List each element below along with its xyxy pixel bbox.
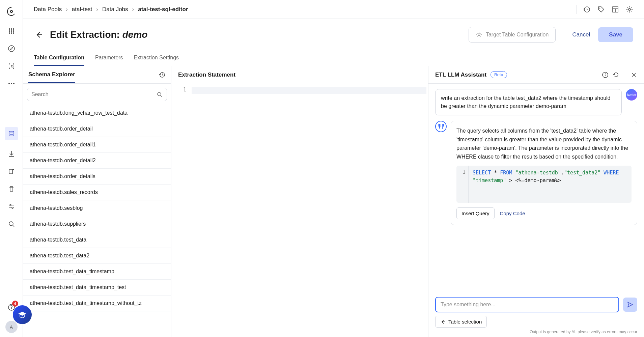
send-button[interactable] (623, 298, 637, 312)
svg-point-24 (9, 222, 13, 226)
schema-item[interactable]: athena-testdb.long_vchar_row_test_data (23, 105, 171, 121)
download-icon[interactable] (7, 150, 16, 158)
crumb-2[interactable]: Data Jobs (102, 6, 128, 13)
schema-item[interactable]: athena-testdb.test_data2 (23, 248, 171, 264)
cancel-button[interactable]: Cancel (572, 31, 590, 38)
assistant-title: ETL LLM Assistant (435, 72, 486, 78)
svg-point-9 (13, 32, 14, 34)
schema-item[interactable]: athena-testdb.order_detail1 (23, 137, 171, 153)
ai-message: The query selects all columns from the '… (451, 121, 637, 225)
svg-point-0 (10, 10, 12, 12)
schema-item[interactable]: athena-testdb.test_data_timestamp_test (23, 280, 171, 296)
schema-explorer-title: Schema Explorer (28, 71, 75, 83)
code-editor[interactable]: 1 (171, 84, 428, 337)
chevron-right-icon: › (66, 6, 68, 13)
app-logo (5, 5, 18, 18)
svg-rect-15 (9, 131, 14, 136)
schema-item[interactable]: athena-testdb.order_detail2 (23, 153, 171, 169)
schema-list[interactable]: athena-testdb.long_vchar_row_test_data a… (23, 105, 171, 337)
close-icon[interactable] (631, 72, 637, 78)
apps-icon[interactable] (7, 27, 16, 35)
svg-point-7 (9, 32, 10, 34)
arrow-left-icon (440, 319, 446, 325)
user-avatar[interactable]: A (5, 321, 18, 333)
chevron-right-icon: › (96, 6, 98, 13)
reset-icon[interactable] (613, 72, 619, 78)
tabs: Table Configuration Parameters Extractio… (23, 51, 644, 66)
trash-icon[interactable] (7, 185, 16, 193)
schema-item[interactable]: athena-testdb.test_data (23, 232, 171, 248)
chat-input[interactable] (435, 297, 619, 312)
schema-search[interactable] (27, 88, 167, 101)
gear-icon[interactable] (626, 6, 633, 13)
schema-item[interactable]: athena-testdb.sesblog (23, 200, 171, 216)
schema-item[interactable]: athena-testdb.order_detail (23, 121, 171, 137)
schema-search-input[interactable] (31, 91, 157, 97)
svg-point-40 (605, 73, 606, 74)
user-avatar-icon: Avatar (626, 89, 637, 101)
svg-line-25 (13, 225, 14, 227)
list-icon[interactable] (5, 127, 18, 140)
svg-point-1 (9, 28, 10, 30)
svg-point-27 (11, 308, 12, 309)
search-icon (157, 91, 163, 97)
tag-icon[interactable] (597, 6, 605, 13)
graduation-icon[interactable] (13, 305, 32, 324)
sliders-icon[interactable] (7, 202, 16, 210)
schema-item[interactable]: athena-testdb.suppliers (23, 216, 171, 232)
save-button[interactable]: Save (598, 27, 633, 42)
refresh-icon[interactable] (159, 72, 166, 78)
insert-query-button[interactable]: Insert Query (456, 207, 495, 219)
svg-point-23 (12, 207, 13, 208)
schema-item[interactable]: athena-testdb.sales_records (23, 185, 171, 200)
svg-point-33 (628, 8, 631, 10)
user-message: write an extraction for the table test_d… (435, 89, 622, 115)
history-icon[interactable] (583, 6, 591, 13)
crumb-3[interactable]: atal-test-sql-editor (138, 6, 188, 13)
sql-code[interactable]: SELECT * FROM "athena-testdb"."test_data… (469, 166, 632, 203)
schema-item[interactable]: athena-testdb.order_details (23, 169, 171, 185)
search-icon[interactable] (7, 220, 16, 228)
svg-point-5 (11, 30, 12, 32)
layout-icon[interactable] (612, 6, 619, 13)
svg-point-10 (8, 46, 15, 52)
svg-point-11 (11, 65, 13, 67)
export-icon[interactable] (7, 167, 16, 175)
crumb-0[interactable]: Data Pools (34, 6, 62, 13)
svg-line-37 (161, 95, 162, 97)
target-table-config-button[interactable]: Target Table Configuration (469, 27, 556, 43)
page-header: Edit Extraction: demo Target Table Confi… (23, 19, 644, 51)
back-arrow-icon[interactable] (34, 30, 43, 39)
svg-point-14 (13, 83, 15, 84)
notification-badge: 4 (12, 301, 18, 307)
more-icon[interactable] (7, 80, 16, 88)
schema-item[interactable]: athena-testdb.test_data_timestamp (23, 264, 171, 280)
code-block: 1 SELECT * FROM "athena-testdb"."test_da… (456, 166, 632, 203)
table-selection-button[interactable]: Table selection (435, 316, 487, 328)
svg-point-4 (9, 30, 10, 32)
svg-point-21 (10, 204, 11, 206)
schema-item[interactable]: athena-testdb.test_data_timestamp_withou… (23, 296, 171, 311)
svg-point-29 (599, 7, 600, 8)
info-icon[interactable] (602, 72, 609, 78)
tab-parameters[interactable]: Parameters (95, 51, 123, 66)
svg-point-6 (13, 30, 14, 32)
topbar: Data Pools › atal-test › Data Jobs › ata… (23, 0, 644, 19)
ai-response-text: The query selects all columns from the '… (456, 127, 632, 161)
svg-point-12 (8, 83, 10, 84)
compass-icon[interactable] (7, 45, 16, 53)
tab-extraction-settings[interactable]: Extraction Settings (134, 51, 179, 66)
line-gutter: 1 (171, 84, 190, 337)
svg-point-19 (13, 169, 14, 170)
editor-panel: Extraction Statement 1 (171, 66, 428, 337)
assistant-panel: ETL LLM Assistant Beta (428, 66, 644, 337)
svg-rect-18 (9, 170, 12, 174)
copy-code-button[interactable]: Copy Code (500, 210, 525, 216)
svg-point-36 (158, 92, 161, 96)
crumb-1[interactable]: atal-test (72, 6, 92, 13)
breadcrumb: Data Pools › atal-test › Data Jobs › ata… (34, 6, 188, 13)
scan-icon[interactable] (7, 62, 16, 70)
editor-title: Extraction Statement (171, 66, 428, 84)
tab-table-config[interactable]: Table Configuration (34, 51, 84, 66)
svg-point-3 (13, 28, 14, 30)
